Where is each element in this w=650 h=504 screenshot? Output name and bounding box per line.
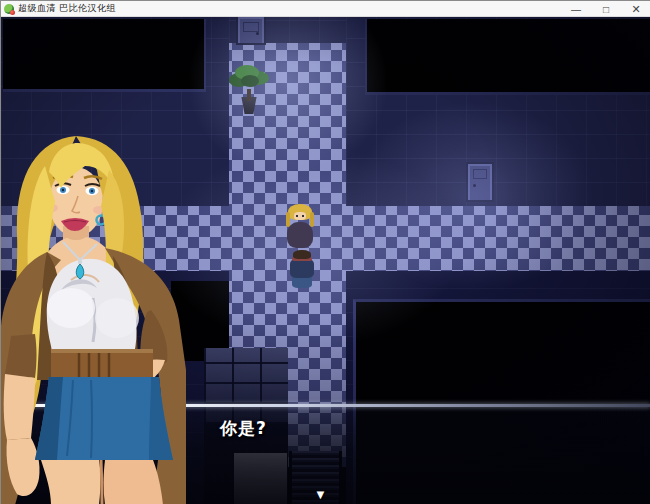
- door-knob: [473, 184, 476, 187]
- door-top: [238, 17, 264, 43]
- thigh-right: [104, 460, 164, 504]
- dark-room-top-right: [365, 19, 650, 95]
- npc-hair-strand: [310, 212, 314, 227]
- door-panel: [473, 169, 487, 179]
- plant-leaf: [241, 75, 259, 87]
- bust-right-highlight: [95, 298, 139, 338]
- game-viewport[interactable]: 你是? ▼: [1, 17, 650, 504]
- player-sprite[interactable]: [288, 250, 316, 292]
- npc-dress: [287, 222, 313, 248]
- player-jacket: [290, 259, 314, 278]
- potted-plant: [227, 65, 271, 115]
- door-right: [468, 164, 492, 200]
- close-button[interactable]: ✕: [621, 1, 650, 17]
- forearm-left: [4, 374, 35, 440]
- plant-trunk: [247, 89, 251, 101]
- window-title: 超级血清 巴比伦汉化组: [18, 2, 116, 15]
- app-icon: [4, 4, 14, 14]
- character-portrait-blonde-woman: [1, 130, 186, 504]
- npc-eye: [296, 215, 298, 217]
- belt: [51, 349, 153, 377]
- door-knob: [256, 32, 259, 35]
- belt-highlight: [51, 349, 153, 353]
- npc-eye: [302, 215, 304, 217]
- bust-left-highlight: [47, 288, 95, 328]
- game-window: 超级血清 巴比伦汉化组 — □ ✕: [0, 0, 650, 504]
- door-panel: [243, 22, 259, 32]
- thigh-gap: [101, 460, 102, 504]
- title-bar[interactable]: 超级血清 巴比伦汉化组 — □ ✕: [1, 1, 650, 17]
- thigh-left: [41, 460, 101, 504]
- dialogue-continue-icon[interactable]: ▼: [314, 487, 327, 502]
- minimize-button[interactable]: —: [561, 1, 591, 17]
- npc-sprite-blonde[interactable]: [285, 204, 315, 256]
- dialogue-text: 你是?: [220, 417, 267, 440]
- pupil-right: [91, 190, 93, 192]
- maximize-button[interactable]: □: [591, 1, 621, 17]
- player-hair: [293, 250, 311, 259]
- window-controls: — □ ✕: [561, 1, 650, 16]
- pupil-left: [62, 189, 64, 191]
- dark-room-top-left: [3, 19, 206, 92]
- npc-hair-strand: [286, 212, 290, 227]
